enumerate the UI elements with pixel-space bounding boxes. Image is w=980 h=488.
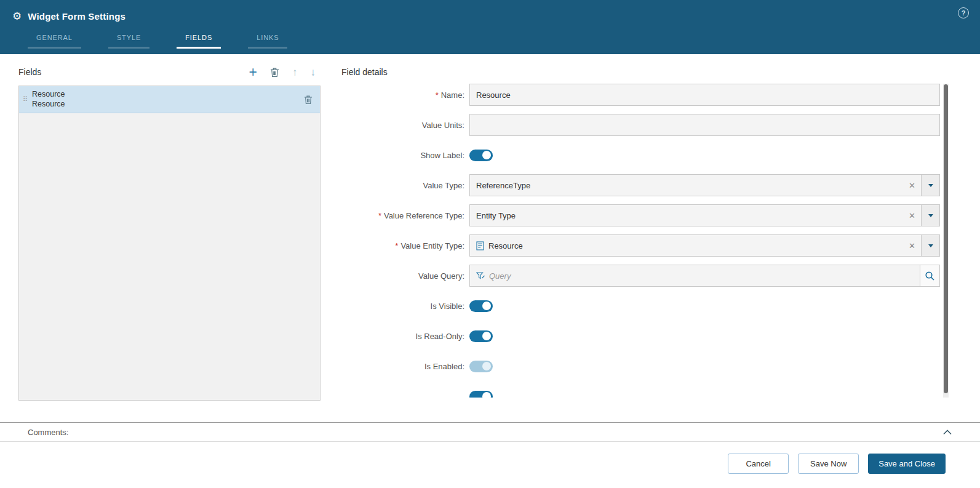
title-row: ⚙ Widget Form Settings: [12, 7, 968, 25]
move-field-down-button[interactable]: ↓: [311, 67, 316, 78]
dropdown-arrow-button[interactable]: [921, 235, 939, 256]
comments-bar: Comments:: [0, 422, 980, 442]
label-text: Name:: [441, 90, 464, 100]
help-icon[interactable]: ?: [958, 7, 969, 18]
name-label: * Name:: [341, 90, 469, 100]
search-icon: [925, 271, 935, 281]
label-text: Value Units:: [422, 121, 464, 130]
is-visible-toggle[interactable]: [469, 300, 493, 312]
is-visible-label: * Is Visible:: [341, 302, 469, 311]
toggle-knob: [482, 362, 491, 370]
details-panel-head: Field details: [341, 64, 949, 80]
is-enabled-control: [469, 361, 940, 372]
show-label-toggle[interactable]: [469, 150, 493, 161]
is-enabled-label: * Is Enabled:: [341, 362, 469, 371]
chevron-up-icon: [943, 430, 952, 435]
dropdown-arrow-button[interactable]: [921, 205, 939, 226]
delete-field-button[interactable]: [270, 67, 279, 78]
value-type-label: * Value Type:: [341, 181, 469, 190]
combo-value: Entity Type: [470, 211, 903, 220]
value-query-box: [469, 265, 940, 287]
tab-style[interactable]: STYLE: [108, 34, 149, 49]
value-query-control: [469, 265, 940, 287]
trash-icon: [270, 67, 279, 78]
move-field-up-button[interactable]: ↑: [292, 67, 298, 78]
collapse-comments-button[interactable]: [942, 428, 953, 436]
fields-panel-head: Fields + ↑ ↓: [18, 64, 321, 80]
is-read-only-toggle[interactable]: [469, 330, 493, 342]
is-read-only-control: [469, 330, 940, 342]
value-type-control: ReferenceType ✕: [469, 174, 940, 196]
field-details-form: * Name: * Value Units:: [341, 84, 949, 398]
required-asterisk: *: [378, 211, 381, 220]
toggle-knob: [482, 392, 491, 398]
list-item-text: Resource Resource: [32, 90, 65, 109]
clear-icon[interactable]: ✕: [903, 242, 921, 250]
list-item-resource[interactable]: ⠿ Resource Resource: [19, 86, 320, 113]
partial-toggle[interactable]: [469, 391, 493, 398]
tab-bar: GENERAL STYLE FIELDS LINKS: [28, 34, 968, 49]
value-entity-type-combo[interactable]: Resource ✕: [469, 234, 940, 257]
chevron-down-icon: [928, 244, 933, 247]
form-row-value-entity-type: * Value Entity Type:: [341, 234, 940, 257]
tab-fields[interactable]: FIELDS: [177, 34, 221, 49]
value-units-input[interactable]: [469, 114, 940, 136]
list-item-line2: Resource: [32, 100, 65, 110]
main-content: Fields + ↑ ↓: [0, 54, 980, 422]
tab-links[interactable]: LINKS: [248, 34, 287, 49]
value-query-input[interactable]: [489, 265, 920, 286]
name-input[interactable]: [469, 84, 940, 106]
cancel-button[interactable]: Cancel: [728, 454, 789, 474]
save-and-close-button[interactable]: Save and Close: [868, 454, 946, 474]
label-text: Is Read-Only:: [416, 332, 464, 341]
combo-value-with-icon: Resource: [470, 241, 903, 250]
save-now-button[interactable]: Save Now: [798, 454, 859, 474]
tab-general[interactable]: GENERAL: [28, 34, 81, 49]
vertical-scrollbar: [943, 84, 949, 398]
gear-icon: ⚙: [12, 11, 22, 22]
widget-form-settings-dialog: ⚙ Widget Form Settings ? GENERAL STYLE F…: [0, 0, 980, 486]
toggle-knob: [482, 302, 491, 310]
form-row-name: * Name:: [341, 84, 940, 106]
footer-bar: Cancel Save Now Save and Close: [0, 442, 980, 486]
form-row-partial: [341, 385, 940, 398]
clear-icon[interactable]: ✕: [903, 212, 921, 220]
label-text: Show Label:: [420, 151, 464, 160]
form-row-show-label: * Show Label:: [341, 144, 940, 166]
fields-panel-title: Fields: [18, 67, 41, 77]
partial-control: [469, 391, 940, 398]
value-reference-type-combo[interactable]: Entity Type ✕: [469, 204, 940, 226]
value-query-label: * Value Query:: [341, 271, 469, 281]
fields-toolbar: + ↑ ↓: [249, 65, 321, 79]
add-field-button[interactable]: +: [249, 65, 257, 79]
form-row-is-read-only: * Is Read-Only:: [341, 325, 940, 347]
comments-label: Comments:: [28, 428, 68, 437]
value-entity-type-label: * Value Entity Type:: [341, 241, 469, 250]
combo-value: ReferenceType: [470, 181, 903, 190]
combo-value: Resource: [488, 241, 523, 250]
drag-handle-icon[interactable]: ⠿: [23, 95, 27, 103]
show-label-label: * Show Label:: [341, 151, 469, 160]
form-row-value-query: * Value Query:: [341, 265, 940, 287]
form-row-is-enabled: * Is Enabled:: [341, 355, 940, 377]
list-item-line1: Resource: [32, 90, 65, 100]
required-asterisk: *: [436, 90, 439, 100]
value-type-combo[interactable]: ReferenceType ✕: [469, 174, 940, 196]
value-reference-type-control: Entity Type ✕: [469, 204, 940, 226]
query-search-button[interactable]: [920, 265, 939, 286]
form-row-value-reference-type: * Value Reference Type: Entity Type ✕: [341, 204, 940, 226]
clear-icon[interactable]: ✕: [903, 182, 921, 190]
dialog-header: ⚙ Widget Form Settings ? GENERAL STYLE F…: [0, 0, 980, 54]
name-control: [469, 84, 940, 106]
details-panel-title: Field details: [341, 67, 388, 77]
label-text: Value Entity Type:: [400, 241, 464, 250]
chevron-down-icon: [928, 184, 933, 187]
dropdown-arrow-button[interactable]: [921, 175, 939, 196]
is-enabled-toggle[interactable]: [469, 361, 493, 372]
delete-item-button[interactable]: [303, 95, 314, 105]
scrollbar-thumb[interactable]: [944, 84, 948, 393]
chevron-down-icon: [928, 214, 933, 217]
trash-icon: [304, 95, 313, 105]
page-title: Widget Form Settings: [28, 11, 125, 22]
fields-list: ⠿ Resource Resource: [18, 86, 321, 401]
